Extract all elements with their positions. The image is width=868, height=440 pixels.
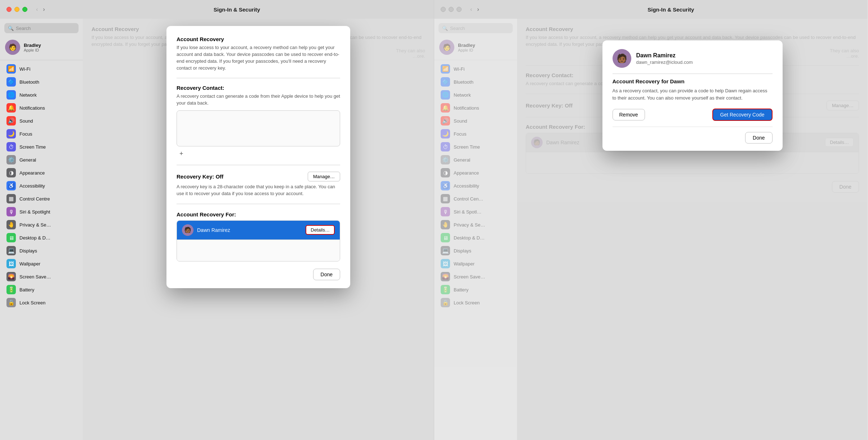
displays-icon-r: 💻 <box>441 246 450 255</box>
appearance-icon: ◑ <box>6 168 16 177</box>
sidebar-item-battery[interactable]: 🔋Battery <box>1 283 81 296</box>
sidebar-user-info-right: Bradley Apple ID <box>458 43 475 52</box>
sidebar-label-screentime: Screen Time <box>19 144 46 150</box>
modal-user-info-right: Dawn Ramirez dawn_ramirez@icloud.com <box>636 52 693 65</box>
sidebar-label-siri: Siri & Spotlight <box>19 209 50 215</box>
sidebar-item-wifi-r: 📶Wi-Fi <box>436 62 516 75</box>
modal-desc-left: If you lose access to your account, a re… <box>177 44 340 71</box>
nav-forward-right[interactable]: › <box>476 5 480 13</box>
sidebar-item-control[interactable]: ▦Control Centre <box>1 192 81 205</box>
sidebar-label-network: Network <box>19 92 37 98</box>
desktop-icon: 🖥 <box>6 233 16 242</box>
contact-list-left: 🧑🏾 Dawn Ramirez Details… <box>177 220 340 261</box>
sidebar-item-accessibility[interactable]: ♿Accessibility <box>1 179 81 192</box>
sidebar-label-wifi: Wi-Fi <box>19 66 30 72</box>
screensave-icon-r: 🌄 <box>441 272 450 281</box>
sidebar-item-appearance-r: ◑Appearance <box>436 166 516 179</box>
privacy-icon-r: 🤚 <box>441 220 450 229</box>
tl-close-right[interactable] <box>441 7 446 12</box>
nav-forward-left[interactable]: › <box>41 5 46 13</box>
modal-right: 🧑🏾 Dawn Ramirez dawn_ramirez@icloud.com … <box>517 19 868 440</box>
modal-title-left: Account Recovery <box>177 36 340 42</box>
general-icon-r: ⚙️ <box>441 155 450 164</box>
desktop-icon-r: 🖥 <box>441 233 450 242</box>
nav-back-left[interactable]: ‹ <box>35 5 39 13</box>
access-icon-r: ♿ <box>441 181 450 190</box>
sidebar-item-wallpaper-r: 🖼Wallpaper <box>436 257 516 270</box>
search-box-left[interactable]: 🔍 Search <box>4 23 79 33</box>
sidebar-item-displays[interactable]: 💻Displays <box>1 244 81 257</box>
sidebar-item-sound[interactable]: 🔊Sound <box>1 114 81 127</box>
window-title-right: Sign-In & Security <box>481 6 861 13</box>
sidebar-item-privacy[interactable]: 🤚Privacy & Se… <box>1 218 81 231</box>
window-title-left: Sign-In & Security <box>46 6 427 13</box>
sidebar-item-wallpaper[interactable]: 🖼Wallpaper <box>1 257 81 270</box>
sidebar-item-screentime[interactable]: ⏱Screen Time <box>1 140 81 153</box>
sidebar-user-sub-right: Apple ID <box>458 48 475 52</box>
tl-fullscreen-right[interactable] <box>457 7 462 12</box>
manage-btn-left[interactable]: Manage… <box>308 172 340 181</box>
traffic-lights-right <box>441 7 462 12</box>
lock-icon-r: 🔒 <box>441 298 450 307</box>
sidebar-left: 🔍 Search 🧑 Bradley Apple ID 📶Wi-Fi 🔷Blue… <box>0 19 83 440</box>
add-contact-btn[interactable]: + <box>177 149 186 158</box>
sidebar-item-wifi[interactable]: 📶Wi-Fi <box>1 62 81 75</box>
tl-minimize-right[interactable] <box>449 7 454 12</box>
left-window: ‹ › Sign-In & Security 🔍 Search 🧑 Bradle… <box>0 0 434 440</box>
search-icon-left: 🔍 <box>8 26 14 31</box>
access-icon: ♿ <box>6 181 16 190</box>
sidebar-item-focus[interactable]: 🌙Focus <box>1 127 81 140</box>
contact-row-dawn-left[interactable]: 🧑🏾 Dawn Ramirez Details… <box>177 221 340 239</box>
sidebar-item-desktop[interactable]: 🖥Desktop & D… <box>1 231 81 244</box>
sidebar-item-desktop-r: 🖥Desktop & D… <box>436 231 516 244</box>
sidebar-user-left[interactable]: 🧑 Bradley Apple ID <box>0 37 83 60</box>
wallpaper-icon-r: 🖼 <box>441 259 450 268</box>
title-bar-right: ‹ › Sign-In & Security <box>434 0 868 19</box>
sidebar-item-access-r: ♿Accessibility <box>436 179 516 192</box>
sidebar-user-info-left: Bradley Apple ID <box>24 43 41 52</box>
main-panel-right: Account Recovery If you lose access to y… <box>517 19 868 440</box>
modal-desc-right: As a recovery contact, you can provide a… <box>613 87 773 101</box>
arf-title-left: Account Recovery For: <box>177 211 340 217</box>
sidebar-item-network[interactable]: 🌐Network <box>1 88 81 101</box>
lock-icon: 🔒 <box>6 298 16 307</box>
modal-done-btn-right[interactable]: Done <box>745 132 772 144</box>
sidebar-item-general[interactable]: ⚙️General <box>1 153 81 166</box>
modal-done-row-right: Done <box>613 127 773 144</box>
tl-close[interactable] <box>6 7 12 12</box>
tl-fullscreen[interactable] <box>22 7 27 12</box>
sidebar-item-screensaver[interactable]: 🌄Screen Save… <box>1 270 81 283</box>
modal-dawn-name-right: Dawn Ramirez <box>636 52 693 59</box>
sep1-left <box>177 78 340 78</box>
tl-minimize[interactable] <box>14 7 19 12</box>
win-body-left: 🔍 Search 🧑 Bradley Apple ID 📶Wi-Fi 🔷Blue… <box>0 19 434 440</box>
screensave-icon: 🌄 <box>6 272 16 281</box>
sidebar-item-appearance[interactable]: ◑Appearance <box>1 166 81 179</box>
sidebar-item-network-r: 🌐Network <box>436 88 516 101</box>
get-code-btn-right[interactable]: Get Recovery Code <box>712 109 773 121</box>
sidebar-label-desktop: Desktop & D… <box>19 235 50 241</box>
sidebar-item-privacy-r: 🤚Privacy & Se… <box>436 218 516 231</box>
modal-box-left: Account Recovery If you lose access to y… <box>166 26 350 288</box>
sidebar-item-siri[interactable]: 🎙Siri & Spotlight <box>1 205 81 218</box>
sidebar-label-sound: Sound <box>19 118 33 124</box>
done-btn-left[interactable]: Done <box>313 269 340 280</box>
sidebar-user-sub-left: Apple ID <box>24 48 41 52</box>
screen-icon-r: ⏱ <box>441 142 450 151</box>
modal-dawn-email-right: dawn_ramirez@icloud.com <box>636 60 693 65</box>
search-label-right: Search <box>450 26 465 31</box>
sidebar-right: 🔍 Search 🧑 Bradley Apple ID 📶Wi-Fi 🔷Blue… <box>434 19 517 440</box>
sidebar-label-privacy: Privacy & Se… <box>19 222 51 228</box>
sidebar-label-notifications: Notifications <box>19 105 45 111</box>
sidebar-item-bluetooth[interactable]: 🔷Bluetooth <box>1 75 81 88</box>
remove-btn-right[interactable]: Remove <box>613 109 645 120</box>
displays-icon: 💻 <box>6 246 16 255</box>
control-icon: ▦ <box>6 194 16 203</box>
details-btn-left[interactable]: Details… <box>306 225 335 235</box>
nav-back-right[interactable]: ‹ <box>469 5 473 13</box>
sidebar-label-accessibility: Accessibility <box>19 183 45 189</box>
wallpaper-icon: 🖼 <box>6 259 16 268</box>
network-icon-r: 🌐 <box>441 90 450 100</box>
sidebar-item-lock[interactable]: 🔒Lock Screen <box>1 296 81 309</box>
sidebar-item-notifications[interactable]: 🔔Notifications <box>1 101 81 114</box>
